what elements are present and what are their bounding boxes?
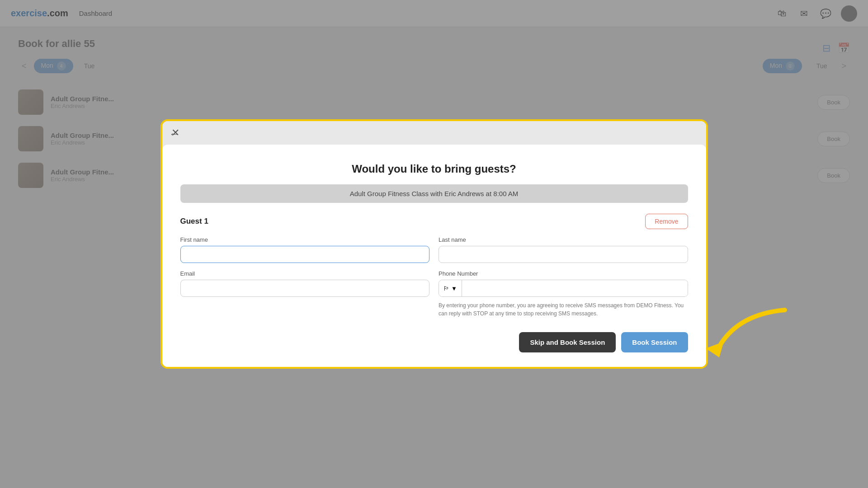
class-badge: Adult Group Fitness Class with Eric Andr… bbox=[180, 184, 688, 203]
modal-footer: Skip and Book Session Book Session bbox=[180, 332, 688, 352]
first-name-label: First name bbox=[180, 236, 430, 243]
contact-form-row: Email Phone Number 🏳 ▼ bbox=[180, 270, 688, 318]
arrow-svg bbox=[699, 305, 789, 364]
modal-wrapper: ← ✕ Would you like to bring guests? Adul… bbox=[160, 119, 708, 369]
modal-title: Would you like to bring guests? bbox=[180, 163, 688, 175]
email-input[interactable] bbox=[180, 280, 430, 297]
remove-guest-button[interactable]: Remove bbox=[645, 214, 688, 229]
guest-header: Guest 1 Remove bbox=[180, 214, 688, 229]
arrow-annotation bbox=[699, 305, 789, 360]
email-label: Email bbox=[180, 270, 430, 277]
modal-overlay: ← ✕ Would you like to bring guests? Adul… bbox=[0, 0, 868, 488]
guest-label: Guest 1 bbox=[180, 217, 208, 226]
modal-back-button[interactable]: ← bbox=[170, 128, 179, 140]
skip-and-book-button[interactable]: Skip and Book Session bbox=[519, 332, 616, 352]
modal-inner: Would you like to bring guests? Adult Gr… bbox=[162, 145, 706, 367]
last-name-label: Last name bbox=[439, 236, 688, 243]
book-session-button[interactable]: Book Session bbox=[621, 332, 688, 352]
phone-input-row: 🏳 ▼ bbox=[439, 280, 688, 297]
phone-input[interactable] bbox=[462, 280, 688, 296]
last-name-group: Last name bbox=[439, 236, 688, 263]
background-page: exercise.com Dashboard 🛍 ✉ 💬 Book for al… bbox=[0, 0, 868, 488]
name-form-row: First name Last name bbox=[180, 236, 688, 263]
flag-icon: 🏳 bbox=[443, 285, 449, 292]
modal-top-bar: ← ✕ bbox=[162, 121, 706, 145]
phone-label: Phone Number bbox=[439, 270, 688, 277]
sms-notice: By entering your phone number, you are a… bbox=[439, 301, 688, 318]
modal-container: ← ✕ Would you like to bring guests? Adul… bbox=[160, 119, 708, 369]
phone-group: Phone Number 🏳 ▼ By entering your phone … bbox=[439, 270, 688, 318]
phone-flag-selector[interactable]: 🏳 ▼ bbox=[439, 280, 462, 296]
last-name-input[interactable] bbox=[439, 246, 688, 263]
first-name-group: First name bbox=[180, 236, 430, 263]
svg-marker-0 bbox=[706, 342, 724, 357]
email-group: Email bbox=[180, 270, 430, 318]
first-name-input[interactable] bbox=[180, 246, 430, 263]
phone-dropdown-icon: ▼ bbox=[451, 285, 457, 292]
